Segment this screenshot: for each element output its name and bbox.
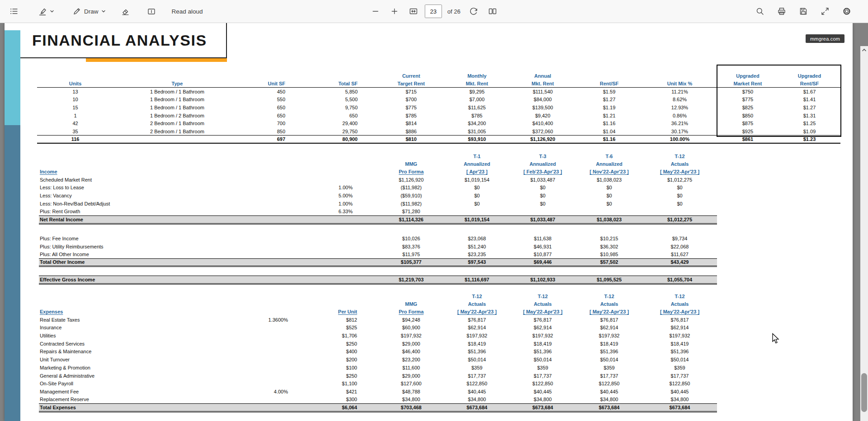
settings-button[interactable] xyxy=(839,3,854,19)
table-of-contents-icon xyxy=(9,7,19,16)
table-of-contents-button[interactable] xyxy=(6,3,22,19)
fit-to-width-button[interactable] xyxy=(406,3,421,19)
search-button[interactable] xyxy=(752,3,768,19)
cell: 1.00% xyxy=(277,200,378,208)
draw-pen-icon xyxy=(72,7,81,16)
cell: 15 xyxy=(37,103,113,112)
cell xyxy=(244,364,293,372)
column-header xyxy=(277,168,378,176)
cell: $84,000 xyxy=(509,95,576,103)
eraser-button[interactable] xyxy=(118,3,133,19)
cell xyxy=(244,348,293,356)
cell: Plus: All Other Income xyxy=(39,250,277,258)
cell: Contracted Services xyxy=(39,340,244,348)
cell: $17,737 xyxy=(444,372,509,380)
page-number-input[interactable] xyxy=(425,5,442,18)
cell: $122,850 xyxy=(444,379,509,388)
cell: $1.31 xyxy=(778,112,840,120)
page-view-button[interactable] xyxy=(485,3,500,19)
cell: $17,737 xyxy=(642,372,717,380)
cell: $875 xyxy=(717,119,778,127)
cell: $0 xyxy=(509,192,576,200)
cell: $197,932 xyxy=(642,332,717,340)
pdf-viewer-area: FINANCIAL ANALYSIS mmgrea.com CurrentMon… xyxy=(0,23,868,421)
cell: $34,800 xyxy=(378,396,444,404)
cell: 100.00% xyxy=(642,136,717,144)
cell: $1.16 xyxy=(576,119,642,127)
column-header: [ Apr'23 ] xyxy=(444,168,509,176)
cell: $10,026 xyxy=(378,234,444,243)
read-aloud-button[interactable]: Read aloud xyxy=(169,3,206,19)
cell: Less: Non-Rev/Bad Debt/Adjust xyxy=(39,200,277,208)
cell: 450 xyxy=(241,88,288,96)
column-header xyxy=(378,152,444,160)
cell: $40,445 xyxy=(444,388,509,396)
scrollbar-up-arrow[interactable] xyxy=(860,46,868,54)
column-header: Unit Mix % xyxy=(642,80,717,87)
column-header: Per Unit xyxy=(293,308,378,316)
cell: 4.00% xyxy=(244,388,293,396)
cell: $40,445 xyxy=(509,388,576,396)
cell: $50,014 xyxy=(444,356,509,364)
cell: $127,600 xyxy=(378,379,444,388)
cell: $93,910 xyxy=(444,136,509,144)
cell: $0 xyxy=(444,184,509,192)
highlighter-button[interactable] xyxy=(35,3,57,19)
cell: $810 xyxy=(378,136,444,144)
column-header xyxy=(39,152,277,160)
cell: General & Administrative xyxy=(39,372,244,380)
cell: $18,419 xyxy=(509,340,576,348)
cell: $1.16 xyxy=(576,136,642,144)
column-header xyxy=(576,72,642,80)
column-header: T-12 xyxy=(642,152,717,160)
cell: $775 xyxy=(378,103,444,112)
cell: 650 xyxy=(288,112,378,120)
cell: Scheduled Market Rent xyxy=(39,176,277,184)
spacer-cell xyxy=(39,224,717,234)
cell: 29,400 xyxy=(288,119,378,127)
cell: $76,817 xyxy=(576,316,642,324)
cell: $785 xyxy=(378,112,444,120)
scrollbar[interactable] xyxy=(860,46,868,421)
cell xyxy=(277,258,378,267)
cell: $51,396 xyxy=(576,348,642,356)
print-button[interactable] xyxy=(774,3,789,19)
cell: $122,850 xyxy=(576,379,642,388)
zoom-in-icon xyxy=(390,7,399,16)
zoom-in-button[interactable] xyxy=(387,3,402,19)
cell: $122,850 xyxy=(642,379,717,388)
cell: 13 xyxy=(37,88,113,96)
rotate-button[interactable] xyxy=(466,3,481,19)
cell: $0 xyxy=(642,184,717,192)
cell: $703,468 xyxy=(378,403,444,412)
column-header: Actuals xyxy=(576,300,642,308)
cell xyxy=(244,356,293,364)
cell: $1,219,703 xyxy=(378,276,444,284)
cell: Utilities xyxy=(39,332,244,340)
cell: $76,817 xyxy=(509,316,576,324)
unit-mix-table: CurrentMonthlyAnnualUpgradedUpgradedUnit… xyxy=(37,72,840,144)
column-header xyxy=(37,72,113,80)
cell: $62,914 xyxy=(576,324,642,332)
column-header: [ Nov'22-Apr'23 ] xyxy=(576,168,642,176)
fullscreen-button[interactable] xyxy=(817,3,833,19)
cell: $1,095,525 xyxy=(576,276,642,284)
cell: $0 xyxy=(642,200,717,208)
scrollbar-thumb[interactable] xyxy=(861,373,867,412)
save-button[interactable] xyxy=(796,3,811,19)
column-header: Mkt. Rent xyxy=(509,80,576,87)
column-header xyxy=(241,72,288,80)
column-header: T-3 xyxy=(509,152,576,160)
cell: $1.25 xyxy=(778,119,840,127)
save-icon xyxy=(799,7,808,16)
draw-button[interactable]: Draw xyxy=(70,3,108,19)
zoom-out-button[interactable] xyxy=(368,3,383,19)
cell: 42 xyxy=(37,119,113,127)
cell: $51,396 xyxy=(444,348,509,356)
cell: $861 xyxy=(717,136,778,144)
column-header: Monthly xyxy=(444,72,509,80)
cell: 9,750 xyxy=(288,103,378,112)
draw-button-label: Draw xyxy=(84,8,99,15)
cell: 29,750 xyxy=(288,127,378,136)
add-text-button[interactable] xyxy=(144,3,159,19)
